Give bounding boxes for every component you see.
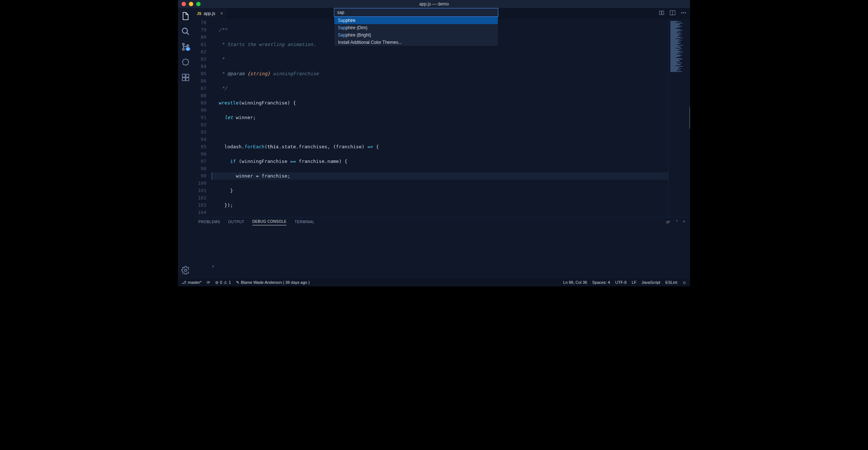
window-title: app.js — demo — [178, 1, 690, 7]
svg-point-10 — [184, 269, 187, 271]
git-branch[interactable]: ⎇ master* — [182, 280, 202, 285]
svg-line-1 — [187, 33, 189, 35]
minimap-slider[interactable] — [689, 107, 690, 129]
svg-point-0 — [182, 28, 187, 33]
debug-console-tab[interactable]: DEBUG CONSOLE — [252, 220, 287, 225]
line-numbers: 7879808182838485868788899091929394959697… — [193, 19, 212, 217]
quickpick-item[interactable]: Sapphire (Bright) — [334, 31, 498, 39]
cursor-position[interactable]: Ln 88, Col 36 — [563, 280, 587, 285]
eol[interactable]: LF — [632, 280, 636, 285]
js-file-icon: JS — [197, 12, 201, 16]
console-prompt: › — [212, 263, 214, 269]
feedback-icon[interactable]: ☺ — [682, 280, 686, 285]
search-icon[interactable] — [181, 27, 190, 36]
panel-close-icon[interactable]: × — [683, 220, 685, 225]
more-actions-icon[interactable] — [681, 10, 686, 17]
quickpick-item[interactable]: Sapphire — [334, 17, 498, 24]
titlebar: app.js — demo — [178, 0, 690, 8]
eslint-status[interactable]: ESLint — [665, 280, 677, 285]
svg-rect-6 — [182, 74, 185, 77]
quickpick-item[interactable]: Install Additional Color Themes... — [334, 39, 498, 46]
compare-changes-icon[interactable] — [659, 10, 665, 17]
code-editor[interactable]: 7879808182838485868788899091929394959697… — [193, 19, 690, 217]
svg-point-17 — [685, 12, 686, 14]
quickpick-item[interactable]: Sapphire (Dim) — [334, 24, 498, 31]
problems-tab[interactable]: PROBLEMS — [198, 220, 220, 225]
activity-bar: 2 — [178, 8, 193, 278]
command-palette-input[interactable] — [334, 8, 498, 17]
encoding[interactable]: UTF-8 — [615, 280, 627, 285]
sync-icon[interactable]: ⟳ — [207, 280, 210, 285]
svg-point-2 — [183, 43, 184, 45]
panel-maximize-icon[interactable]: ^ — [676, 220, 678, 225]
minimap[interactable] — [668, 19, 690, 217]
svg-rect-11 — [659, 11, 661, 15]
error-count[interactable]: ⊘ 0 ⚠ 1 — [215, 280, 231, 285]
svg-point-3 — [183, 49, 184, 50]
svg-rect-8 — [186, 78, 189, 81]
svg-rect-9 — [186, 74, 189, 77]
code-content[interactable]: /** * Starts the wrestling animation. * … — [212, 19, 668, 217]
output-tab[interactable]: OUTPUT — [228, 220, 244, 225]
command-palette: Sapphire Sapphire (Dim) Sapphire (Bright… — [334, 8, 498, 46]
debug-icon[interactable] — [181, 58, 190, 66]
svg-point-16 — [683, 12, 684, 14]
explorer-icon[interactable] — [181, 12, 190, 20]
svg-rect-7 — [182, 78, 185, 81]
extensions-icon[interactable] — [181, 73, 190, 82]
status-bar: ⎇ master* ⟳ ⊘ 0 ⚠ 1 ✎ Blame Wade Anderso… — [178, 278, 690, 286]
source-control-icon[interactable]: 2 — [181, 42, 190, 51]
clear-console-icon[interactable] — [666, 220, 671, 225]
svg-point-15 — [681, 12, 682, 14]
split-editor-icon[interactable] — [670, 10, 675, 17]
bottom-panel: PROBLEMS OUTPUT DEBUG CONSOLE TERMINAL ^… — [193, 217, 690, 278]
settings-gear-icon[interactable] — [181, 266, 190, 275]
svg-rect-12 — [662, 11, 664, 15]
indentation[interactable]: Spaces: 4 — [592, 280, 610, 285]
debug-console-body[interactable]: › — [193, 228, 690, 278]
scm-badge: 2 — [186, 47, 190, 51]
file-tab[interactable]: JS app.js × — [193, 8, 227, 19]
git-blame[interactable]: ✎ Blame Wade Anderson ( 38 days ago ) — [236, 280, 310, 285]
language-mode[interactable]: JavaScript — [642, 280, 660, 285]
tab-close-icon[interactable]: × — [220, 11, 223, 16]
svg-point-5 — [183, 59, 189, 65]
tab-filename: app.js — [203, 11, 215, 16]
terminal-tab[interactable]: TERMINAL — [294, 220, 315, 225]
